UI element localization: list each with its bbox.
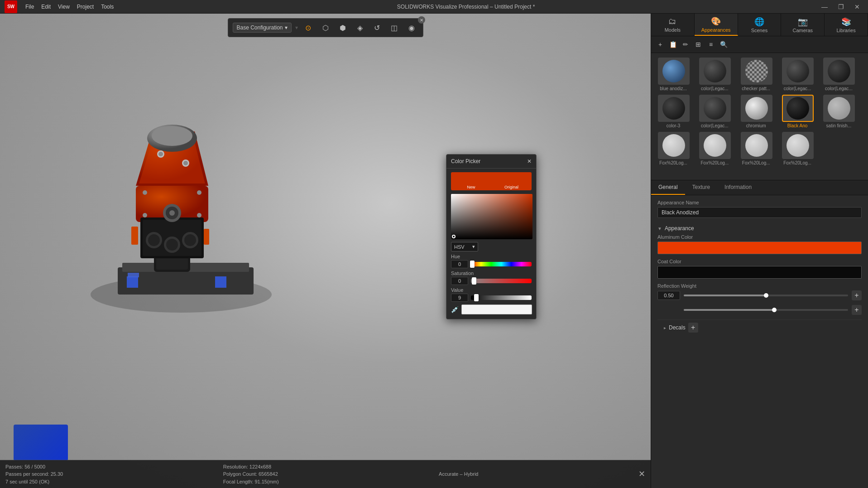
gradient-cursor[interactable] <box>452 235 456 238</box>
hue-track[interactable] <box>471 262 532 266</box>
hex-input[interactable] <box>461 304 532 314</box>
color-gradient-picker[interactable] <box>451 194 532 239</box>
reflection-weight-track[interactable] <box>684 295 848 296</box>
list-view-button[interactable]: ≡ <box>705 39 716 50</box>
hue-slider-row: Hue <box>451 254 532 268</box>
appearance-name-input[interactable] <box>657 207 862 218</box>
appearance-chromium[interactable]: chromium <box>739 95 775 128</box>
appearance-color-leg2[interactable]: color(Legac... <box>780 58 816 91</box>
prop-tab-information[interactable]: Information <box>717 180 759 195</box>
config-dropdown-arrow: ▾ <box>285 24 288 31</box>
panel-toolbar: + 📋 ✏ ⊞ ≡ 🔍 <box>651 36 868 53</box>
saturation-track[interactable] <box>471 279 532 283</box>
menu-file[interactable]: File <box>25 4 34 10</box>
reflection-weight-plus[interactable]: + <box>852 290 862 300</box>
color-preview-row: New Original <box>451 172 532 190</box>
tab-cameras[interactable]: 📷 Cameras <box>781 14 825 36</box>
add-decal-button[interactable]: + <box>688 323 698 333</box>
decals-row: ▸ Decals + <box>657 319 862 335</box>
value-controls <box>451 294 532 302</box>
grid-view-button[interactable]: ⊞ <box>693 39 704 50</box>
saturation-input[interactable] <box>451 277 468 285</box>
prop-tab-general[interactable]: General <box>651 180 685 195</box>
toolbar-zoom-btn[interactable]: ⬢ <box>336 21 350 34</box>
appearance-black-ano[interactable]: Black Ano <box>780 95 816 128</box>
extra-slider-plus[interactable]: + <box>852 305 862 315</box>
color-picker-close[interactable]: ✕ <box>527 158 532 164</box>
tab-appearances[interactable]: 🎨 Appearances <box>695 14 738 36</box>
tab-libraries[interactable]: 📚 Libraries <box>825 14 868 36</box>
color-preview-new: New <box>451 172 491 190</box>
menu-view[interactable]: View <box>58 4 70 10</box>
appearance-fox4[interactable]: Fox%20Log... <box>780 132 816 165</box>
tab-libraries-label: Libraries <box>836 28 855 33</box>
coat-color-swatch[interactable] <box>657 266 862 279</box>
search-button[interactable]: 🔍 <box>718 39 729 50</box>
quality-label: Accurate – Hybrid <box>439 470 478 478</box>
saturation-label: Saturation <box>451 271 532 276</box>
appearance-color-leg3[interactable]: color(Legac... <box>821 58 857 91</box>
passes-per-sec: Passes per second: 25.30 <box>5 470 63 478</box>
reflection-weight-input[interactable] <box>657 291 680 300</box>
toolbar-select-btn[interactable]: ◈ <box>353 21 367 34</box>
hue-thumb[interactable] <box>470 261 475 268</box>
value-input[interactable] <box>451 294 468 302</box>
toolbar-frame-btn[interactable]: ◫ <box>388 21 401 34</box>
extra-slider-row: + <box>657 305 862 315</box>
toolbar-close-button[interactable]: ✕ <box>418 16 425 24</box>
duplicate-button[interactable]: 📋 <box>667 39 678 50</box>
prop-tab-texture[interactable]: Texture <box>685 180 717 195</box>
toolbar-pan-btn[interactable]: ⬡ <box>319 21 332 34</box>
coat-color-row: Coat Color <box>657 259 862 279</box>
libraries-icon: 📚 <box>841 17 851 27</box>
appearance-fox2[interactable]: Fox%20Log... <box>697 132 733 165</box>
hue-label: Hue <box>451 254 532 259</box>
minimize-button[interactable]: — <box>818 2 831 11</box>
edit-button[interactable]: ✏ <box>680 39 691 50</box>
color-mode-select[interactable]: HSV ▾ <box>451 242 478 251</box>
appearance-color3[interactable]: color-3 <box>656 95 692 128</box>
main-layout: Base Configuration ▾ ▾ ⊙ ⬡ ⬢ ◈ ↺ ◫ ◉ ✕ <box>0 14 868 488</box>
appearance-section-header[interactable]: ▼ Appearance <box>657 222 862 234</box>
appearance-color-leg4[interactable]: color(Legac... <box>697 95 733 128</box>
appearance-color-leg1[interactable]: color(Legac... <box>697 58 733 91</box>
value-track[interactable] <box>471 295 532 300</box>
config-dropdown[interactable]: Base Configuration ▾ <box>232 23 291 33</box>
menu-project[interactable]: Project <box>77 4 94 10</box>
appearance-section-label: Appearance <box>665 225 694 232</box>
eyedropper-tool[interactable]: 💉 <box>451 304 459 314</box>
appearances-icon: 🎨 <box>711 16 721 26</box>
toolbar-render-btn[interactable]: ◉ <box>405 21 418 34</box>
appearance-blue-ano[interactable]: blue anodiz... <box>656 58 692 91</box>
reflection-weight-slider-row: + <box>657 290 862 300</box>
aluminum-color-swatch[interactable] <box>657 242 862 254</box>
add-appearance-button[interactable]: + <box>655 39 666 50</box>
tab-models[interactable]: 🗂 Models <box>651 14 695 36</box>
robot-scene-svg <box>27 59 371 322</box>
saturation-thumb[interactable] <box>472 277 476 285</box>
appearance-checker[interactable]: checker patt... <box>739 58 775 91</box>
appearance-satin[interactable]: satin finish... <box>821 95 857 128</box>
status-close-icon[interactable]: ✕ <box>638 468 645 480</box>
appearance-fox1[interactable]: Fox%20Log... <box>656 132 692 165</box>
restore-button[interactable]: ❐ <box>834 2 847 11</box>
focal-label: Focal Length: 91.15(mm) <box>223 478 279 486</box>
aluminum-color-row: Aluminum Color <box>657 234 862 254</box>
color-picker-title: Color Picker <box>451 158 480 164</box>
hue-input[interactable] <box>451 260 468 268</box>
decals-label: Decals <box>669 324 686 331</box>
status-bar: Passes: 56 / 5000 Passes per second: 25.… <box>0 460 651 488</box>
close-window-button[interactable]: ✕ <box>851 2 863 11</box>
tab-scenes[interactable]: 🌐 Scenes <box>738 14 782 36</box>
svg-rect-30 <box>204 229 209 245</box>
value-thumb[interactable] <box>474 294 479 301</box>
extra-slider-track[interactable] <box>684 309 848 311</box>
toolbar-reset-btn[interactable]: ↺ <box>370 21 384 34</box>
toolbar-orbit-btn[interactable]: ⊙ <box>302 21 315 34</box>
svg-rect-28 <box>215 276 226 288</box>
viewport: Base Configuration ▾ ▾ ⊙ ⬡ ⬢ ◈ ↺ ◫ ◉ ✕ <box>0 14 651 488</box>
appearance-fox3[interactable]: Fox%20Log... <box>739 132 775 165</box>
menu-tools[interactable]: Tools <box>101 4 114 10</box>
value-label: Value <box>451 287 532 293</box>
menu-edit[interactable]: Edit <box>41 4 51 10</box>
